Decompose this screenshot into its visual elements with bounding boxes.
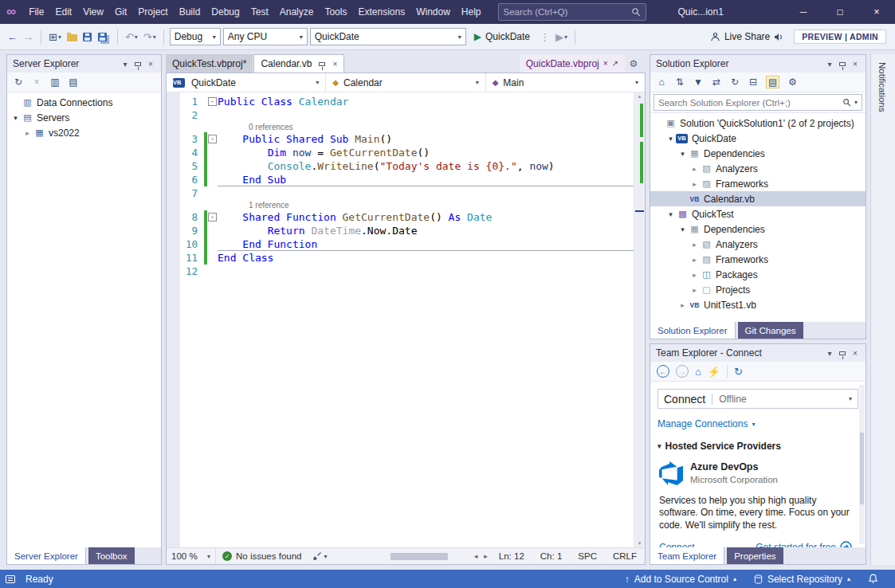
window-position-icon[interactable]: ▾ [823, 349, 836, 358]
window-position-icon[interactable]: ▾ [119, 60, 132, 69]
server-explorer-item-vs2022[interactable]: ▸▦vs2022 [7, 125, 161, 140]
add-to-source-control-button[interactable]: ↑ Add to Source Control ▴ [616, 570, 745, 588]
pin-icon[interactable] [839, 62, 846, 66]
expander-closed-icon[interactable]: ▸ [22, 129, 33, 137]
navigate-back-icon[interactable]: ← [6, 28, 19, 45]
scroll-up-icon[interactable]: ▴ [634, 93, 645, 100]
solution-explorer-item-quickdate[interactable]: ▾VBQuickDate [650, 131, 866, 146]
code-text[interactable]: Dim now = GetCurrentDate() [218, 146, 634, 159]
maximize-button[interactable]: □ [822, 0, 858, 24]
refresh-icon[interactable]: ↻ [734, 366, 743, 378]
code-text[interactable]: End Function [218, 237, 634, 251]
expander-open-icon[interactable]: ▾ [665, 210, 676, 218]
solution-explorer-item-projects[interactable]: ▸▢Projects [650, 282, 866, 297]
breakpoint-gutter[interactable] [167, 92, 180, 547]
code-cleanup-button[interactable]: ▾ [308, 551, 332, 561]
solution-platform-combo[interactable]: Any CPU▾ [223, 28, 308, 45]
pin-icon[interactable] [135, 62, 141, 66]
expander-open-icon[interactable]: ▾ [10, 114, 21, 122]
chevron-down-icon[interactable]: ▾ [854, 99, 858, 106]
back-icon[interactable]: ← [657, 365, 669, 378]
home-icon[interactable]: ⌂ [656, 76, 667, 88]
close-icon[interactable]: × [144, 60, 157, 69]
codelens-label[interactable]: 1 reference [249, 201, 289, 210]
solution-explorer-item-analyzers[interactable]: ▸▧Analyzers [650, 161, 866, 176]
minimize-button[interactable]: ─ [785, 0, 822, 24]
solution-explorer-item-frameworks[interactable]: ▸▨Frameworks [650, 176, 866, 191]
collapse-box-icon[interactable]: - [208, 135, 217, 143]
menu-project[interactable]: Project [132, 0, 173, 24]
save-icon[interactable] [81, 28, 94, 45]
solution-explorer-item-analyzers[interactable]: ▸▧Analyzers [650, 237, 866, 252]
spaces-indicator[interactable]: SPC [570, 551, 605, 561]
window-position-icon[interactable]: ▾ [823, 60, 836, 69]
filter-pending-changes-icon[interactable]: ▼ [693, 76, 704, 88]
close-icon[interactable]: × [849, 60, 862, 69]
right-tab-solution-explorer[interactable]: Solution Explorer [650, 322, 736, 339]
notifications-bell-button[interactable] [859, 570, 887, 588]
codelens-label[interactable]: 0 references [249, 123, 293, 131]
zoom-combo[interactable]: 100 % ▾ [167, 548, 216, 564]
menu-analyze[interactable]: Analyze [274, 0, 320, 24]
close-icon[interactable]: × [849, 349, 862, 358]
menu-edit[interactable]: Edit [49, 0, 77, 24]
solution-explorer-item-dependencies[interactable]: ▾▦Dependencies [650, 146, 866, 161]
menu-build[interactable]: Build [174, 0, 206, 24]
show-all-files-icon[interactable]: ▤ [766, 76, 779, 88]
file-health-indicator[interactable]: ✓ No issues found [216, 551, 308, 561]
close-icon[interactable]: × [332, 60, 337, 69]
connect-page-selector[interactable]: Connect Offline ▾ [658, 389, 858, 409]
expander-closed-icon[interactable]: ▸ [689, 271, 700, 279]
expander-closed-icon[interactable]: ▸ [689, 256, 700, 264]
right-tab-git-changes[interactable]: Git Changes [738, 322, 803, 339]
code-text[interactable]: Public Shared Sub Main() [218, 132, 634, 146]
code-text[interactable]: Console.WriteLine("Today's date is {0}."… [218, 159, 634, 173]
pin-icon[interactable] [839, 351, 846, 355]
background-tasks-icon[interactable] [6, 575, 15, 583]
team-tab-team-explorer[interactable]: Team Explorer [650, 547, 724, 564]
notifications-strip[interactable]: Notifications [870, 54, 895, 565]
code-text[interactable]: End Sub [218, 173, 634, 186]
code-editor[interactable]: 1-Public Class Calendar20 references3- P… [167, 92, 645, 547]
hosted-providers-section[interactable]: ▾ Hosted Service Providers [658, 441, 858, 452]
navigate-forward-icon[interactable]: → [22, 28, 35, 45]
refresh-icon[interactable]: ↻ [13, 76, 24, 88]
code-text[interactable] [218, 108, 634, 122]
close-button[interactable]: × [858, 0, 895, 24]
solution-explorer-item-unittest1-vb[interactable]: ▸VBUnitTest1.vb [650, 297, 866, 312]
expander-closed-icon[interactable]: ▸ [689, 286, 700, 294]
code-text[interactable]: Return DateTime.Now.Date [218, 224, 634, 237]
code-text[interactable]: Shared Function GetCurrentDate() As Date [218, 210, 634, 224]
collapse-box-icon[interactable]: - [208, 213, 217, 221]
expander-closed-icon[interactable]: ▸ [689, 241, 700, 249]
solution-explorer-item-solution-quicksolution1-2-of-2-projects[interactable]: ▣Solution 'QuickSolution1' (2 of 2 proje… [650, 116, 866, 131]
menu-extensions[interactable]: Extensions [352, 0, 410, 24]
document-well-options-gear-icon[interactable]: ⚙ [625, 54, 642, 73]
scroll-down-icon[interactable]: ▾ [634, 540, 645, 547]
menu-git[interactable]: Git [109, 0, 132, 24]
stop-refresh-icon[interactable]: × [31, 76, 42, 88]
pin-icon[interactable] [319, 62, 325, 66]
feedback-icon[interactable] [772, 28, 785, 45]
undo-icon[interactable]: ↶▾ [124, 28, 139, 45]
expander-closed-icon[interactable]: ▸ [689, 165, 700, 173]
code-text[interactable]: End Class [218, 251, 634, 265]
vertical-scrollbar[interactable]: ▴ ▾ [634, 92, 645, 547]
startup-project-combo[interactable]: QuickDate▾ [310, 28, 466, 45]
server-explorer-item-data-connections[interactable]: ▥Data Connections [7, 95, 161, 110]
sync-with-active-document-icon[interactable]: ⇄ [711, 76, 722, 88]
save-all-icon[interactable] [96, 28, 112, 45]
code-text[interactable] [218, 186, 634, 200]
vs-logo-icon[interactable]: ∞ [0, 0, 23, 24]
doc-tab-quickdate-vbproj[interactable]: QuickDate.vbproj×↗ [520, 54, 625, 73]
code-text[interactable]: Public Class Calendar [218, 95, 634, 108]
doc-tab-quicktest-vbproj[interactable]: QuickTest.vbproj* [166, 54, 253, 73]
project-dropdown[interactable]: VB QuickDate ▾ [167, 73, 326, 92]
menu-help[interactable]: Help [456, 0, 487, 24]
expander-open-icon[interactable]: ▾ [677, 225, 688, 233]
forward-icon[interactable]: → [676, 365, 689, 378]
bottom-tab-server-explorer[interactable]: Server Explorer [7, 547, 86, 564]
line-ending-indicator[interactable]: CRLF [605, 551, 645, 561]
expander-closed-icon[interactable]: ▸ [689, 180, 700, 188]
menu-file[interactable]: File [23, 0, 49, 24]
